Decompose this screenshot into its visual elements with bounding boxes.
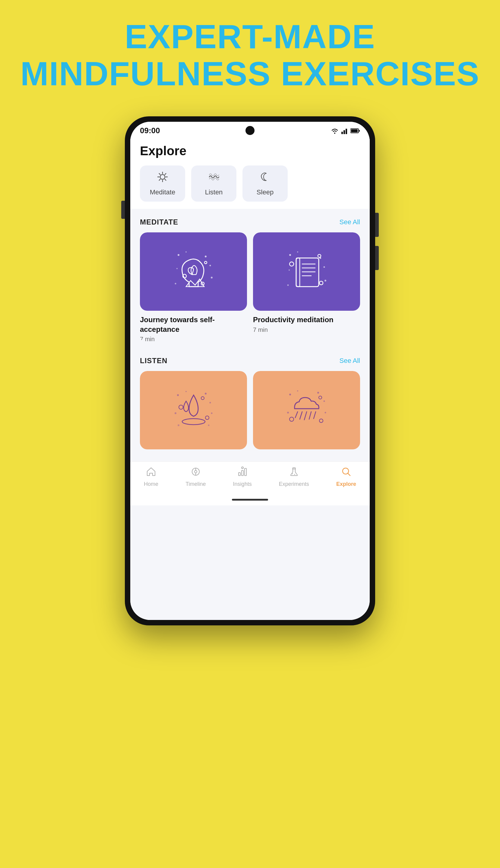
productivity-illustration [283,247,331,296]
card-rain[interactable] [253,371,360,454]
svg-point-47 [211,412,212,414]
svg-point-77 [292,473,293,474]
nav-timeline[interactable]: Timeline [185,466,206,487]
svg-line-64 [314,412,316,419]
svg-point-7 [160,174,165,179]
svg-point-78 [294,474,295,475]
card-productivity-title: Productivity meditation [253,315,360,324]
svg-line-60 [295,412,298,418]
svg-point-30 [288,269,290,271]
category-meditate[interactable]: Meditate [140,165,185,201]
meditate-label: Meditate [150,188,175,196]
water-illustration [170,386,218,434]
status-time: 09:00 [140,126,160,135]
power-button [121,201,125,219]
svg-point-57 [323,400,325,402]
svg-point-0 [334,132,336,134]
svg-point-75 [241,467,243,468]
svg-point-59 [325,412,326,413]
nav-insights[interactable]: Insights [233,466,252,487]
card-journey-image [140,232,247,311]
meditate-section-header: MEDITATE See All [140,218,360,226]
status-icons [330,127,360,134]
svg-point-31 [325,280,326,281]
svg-point-67 [319,396,322,399]
svg-line-13 [165,179,166,181]
svg-point-42 [177,394,179,396]
phone-mockup: 09:00 [125,116,375,625]
card-productivity-duration: 7 min [253,326,360,333]
explore-icon [341,466,351,479]
category-row: Meditate Listen [140,165,360,209]
svg-point-32 [287,285,288,286]
signal-icon [341,127,348,134]
wifi-icon [330,127,339,134]
svg-point-46 [174,412,177,414]
svg-point-27 [297,251,298,253]
listen-see-all[interactable]: See All [340,357,360,365]
svg-line-14 [165,174,166,175]
listen-section-header: LISTEN See All [140,357,360,365]
experiments-icon [289,466,299,479]
phone-screen: 09:00 [130,122,370,620]
listen-section-title: LISTEN [140,357,167,365]
svg-point-39 [289,262,294,266]
card-productivity[interactable]: Productivity meditation 7 min [253,232,360,343]
listen-label: Listen [205,188,223,196]
svg-point-45 [209,402,211,403]
svg-point-69 [194,471,197,473]
svg-point-21 [211,277,213,278]
svg-rect-1 [341,132,343,134]
svg-line-15 [159,179,160,181]
svg-point-49 [208,424,209,426]
sleep-label: Sleep [257,188,273,196]
nav-experiments[interactable]: Experiments [279,466,309,487]
card-journey-title: Journey towards self-acceptance [140,315,247,334]
screen-content: Explore [130,138,370,620]
svg-line-80 [348,473,350,476]
nav-timeline-label: Timeline [185,481,206,487]
svg-rect-72 [239,473,240,476]
nav-explore[interactable]: Explore [336,466,356,487]
category-listen[interactable]: Listen [191,165,236,201]
card-water[interactable] [140,371,247,454]
svg-rect-2 [343,130,345,134]
card-journey-duration: 7 min [140,336,247,343]
home-bar [232,499,268,501]
explore-title: Explore [140,144,360,158]
svg-line-12 [159,174,160,175]
meditate-see-all[interactable]: See All [340,218,360,226]
sleep-icon [259,171,271,185]
meditate-icon [157,171,169,185]
card-journey[interactable]: Journey towards self-acceptance 7 min [140,232,247,343]
svg-point-20 [177,268,178,269]
svg-rect-5 [351,129,358,132]
timeline-icon [191,466,201,479]
meditate-cards-row: Journey towards self-acceptance 7 min [140,232,360,343]
page-headline: EXPERT-MADE MINDFULNESS EXERCISES [8,18,491,92]
notch [246,126,254,135]
svg-point-48 [178,424,180,426]
svg-point-41 [318,254,321,257]
home-icon [146,466,156,479]
svg-rect-6 [359,130,360,132]
svg-point-44 [205,393,207,394]
listen-cards-row [140,371,360,454]
svg-point-43 [185,391,187,392]
bottom-nav: Home Timeline [130,461,370,496]
svg-point-51 [179,405,183,409]
meditate-section-title: MEDITATE [140,218,178,226]
svg-point-29 [323,266,325,268]
svg-point-65 [289,417,294,421]
status-bar: 09:00 [130,122,370,138]
svg-rect-34 [296,258,300,287]
headline-line2: MINDFULNESS EXERCISES [20,55,479,92]
svg-point-50 [182,419,205,425]
svg-point-26 [289,254,291,256]
svg-point-58 [287,412,289,414]
category-sleep[interactable]: Sleep [242,165,288,201]
nav-experiments-label: Experiments [279,481,309,487]
nav-home[interactable]: Home [144,466,158,487]
svg-point-52 [205,416,209,419]
insights-icon [237,466,248,479]
